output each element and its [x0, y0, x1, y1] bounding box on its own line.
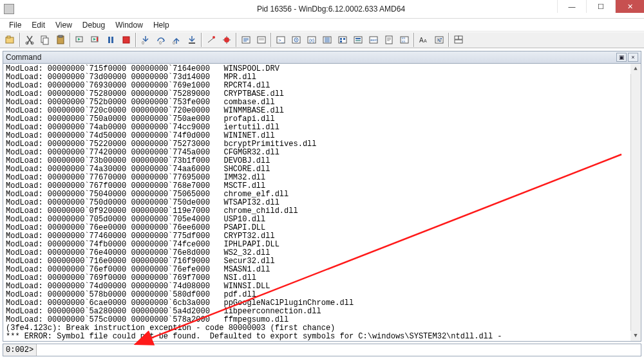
svg-rect-32	[343, 38, 345, 40]
svg-point-48	[438, 39, 439, 41]
processes-window-icon[interactable]: 101101	[397, 33, 412, 47]
window-controls: — ☐ ✕	[557, 0, 644, 18]
scroll-up-icon[interactable]: ▲	[630, 64, 641, 74]
open-icon[interactable]	[3, 33, 17, 47]
workspace: Command ▣ × ModLoad: 00000000`715f0000 0…	[0, 48, 644, 359]
menu-debug[interactable]: Debug	[77, 19, 110, 31]
svg-rect-36	[355, 40, 361, 41]
run-to-cursor-icon[interactable]	[185, 33, 199, 47]
restart-icon[interactable]	[88, 33, 102, 47]
panel-close-icon[interactable]: ×	[628, 53, 638, 62]
svg-rect-33	[340, 41, 342, 42]
svg-rect-12	[111, 37, 113, 43]
console-line: ntdll!DbgBreakPoint:	[6, 341, 638, 342]
svg-point-19	[224, 37, 229, 42]
cut-icon[interactable]	[23, 33, 37, 47]
copy-icon[interactable]	[38, 33, 52, 47]
go-icon[interactable]	[73, 33, 87, 47]
menu-bar: File Edit View Debug Window Help	[0, 19, 644, 32]
stop-icon[interactable]	[119, 33, 133, 47]
scrollbar-track[interactable]	[630, 64, 641, 341]
svg-rect-1	[7, 36, 10, 38]
source-mode-icon[interactable]	[239, 33, 253, 47]
window-title: Pid 16356 - WinDbg:6.12.0002.633 AMD64	[18, 5, 644, 14]
menu-view[interactable]: View	[50, 19, 77, 31]
svg-rect-10	[97, 37, 98, 41]
command-panel-header[interactable]: Command ▣ ×	[3, 51, 641, 64]
command-panel: Command ▣ × ModLoad: 00000000`715f0000 0…	[3, 51, 641, 342]
menu-file[interactable]: File	[4, 19, 26, 31]
maximize-button[interactable]: ☐	[586, 0, 615, 13]
svg-rect-11	[108, 37, 110, 43]
menu-help[interactable]: Help	[148, 19, 175, 31]
console-output[interactable]: ModLoad: 00000000`715f0000 00000000`7164…	[3, 64, 641, 342]
app-icon	[4, 4, 14, 14]
step-over-icon[interactable]: {}	[154, 33, 168, 47]
panel-title: Command	[6, 53, 41, 62]
svg-text:asm: asm	[370, 38, 377, 42]
panel-dock-icon[interactable]: ▣	[616, 53, 627, 62]
command-window-icon[interactable]: >_	[274, 33, 288, 47]
menu-window[interactable]: Window	[110, 19, 148, 31]
scroll-down-icon[interactable]: ▼	[630, 331, 641, 341]
window-arrange-icon[interactable]	[451, 33, 466, 47]
svg-text:{}: {}	[159, 41, 162, 44]
svg-rect-51	[459, 36, 462, 39]
svg-text:A: A	[419, 37, 424, 44]
svg-rect-30	[339, 37, 346, 43]
toolbar-separator	[135, 33, 137, 47]
toolbar-separator	[236, 33, 237, 47]
svg-rect-17	[189, 42, 195, 44]
toolbar-separator	[270, 33, 272, 47]
toolbar-separator	[70, 33, 71, 47]
command-input[interactable]	[37, 344, 641, 356]
svg-rect-52	[455, 40, 462, 43]
paste-icon[interactable]	[53, 33, 68, 47]
options-icon[interactable]	[432, 33, 446, 47]
disassembly-window-icon[interactable]: asm	[366, 33, 381, 47]
minimize-button[interactable]: —	[557, 0, 586, 13]
close-button[interactable]: ✕	[615, 0, 644, 13]
menu-edit[interactable]: Edit	[26, 19, 50, 31]
break-icon[interactable]	[104, 33, 118, 47]
toolbar-separator	[201, 33, 202, 47]
svg-rect-37	[355, 42, 361, 42]
toolbar: {} {} {} >_ {x} asm 101101 AA	[0, 32, 644, 48]
breakpoint-insert-icon[interactable]	[204, 33, 218, 47]
breakpoint-cmd-icon[interactable]	[220, 33, 234, 47]
svg-point-47	[440, 38, 442, 39]
source-mode-off-icon[interactable]	[254, 33, 269, 47]
step-out-icon[interactable]: {}	[169, 33, 184, 47]
toolbar-separator	[19, 33, 21, 47]
svg-rect-50	[455, 36, 459, 39]
svg-point-49	[439, 41, 440, 42]
command-prompt-bar: 0:002>	[3, 344, 641, 356]
svg-text:{x}: {x}	[309, 38, 315, 43]
svg-point-18	[213, 36, 215, 39]
svg-text:A: A	[424, 39, 427, 43]
step-into-icon[interactable]: {}	[138, 33, 153, 47]
svg-text:{}: {}	[142, 41, 144, 44]
callstack-window-icon[interactable]	[351, 33, 365, 47]
svg-rect-5	[43, 38, 48, 44]
svg-rect-13	[123, 37, 129, 43]
registers-window-icon[interactable]	[320, 33, 334, 47]
svg-rect-35	[355, 38, 361, 39]
svg-rect-40	[386, 36, 392, 44]
svg-text:101: 101	[401, 40, 406, 43]
scratchpad-window-icon[interactable]	[382, 33, 396, 47]
title-bar: Pid 16356 - WinDbg:6.12.0002.633 AMD64 —…	[0, 0, 644, 19]
svg-point-26	[296, 39, 297, 41]
toolbar-separator	[413, 33, 415, 47]
svg-text:{}: {}	[173, 41, 175, 44]
svg-rect-7	[59, 35, 62, 37]
toolbar-separator	[448, 33, 450, 47]
locals-window-icon[interactable]: {x}	[305, 33, 319, 47]
memory-window-icon[interactable]	[336, 33, 350, 47]
watch-window-icon[interactable]	[289, 33, 303, 47]
console-line: *** ERROR: Symbol file could not be foun…	[6, 333, 638, 341]
prompt-label: 0:002>	[3, 344, 37, 356]
font-icon[interactable]: AA	[417, 33, 431, 47]
svg-text:>_: >_	[278, 37, 285, 43]
svg-rect-31	[340, 38, 342, 40]
